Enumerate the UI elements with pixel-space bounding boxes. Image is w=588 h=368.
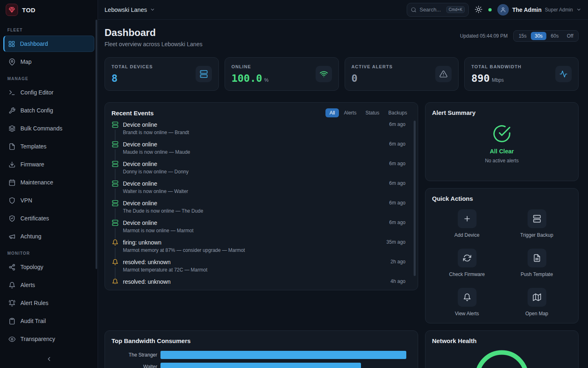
events-scrollbar[interactable] [414,121,416,276]
terminal-icon [9,89,16,96]
nav-section-label: MONITOR [7,251,90,256]
event-list: Device online Brandt is now online — Bra… [111,121,411,284]
sidebar-item-label: Firmware [20,161,44,168]
quick-action-icon-box [458,209,477,228]
sidebar-collapse-button[interactable] [0,350,98,368]
sidebar-item-achtung[interactable]: Achtung [3,228,94,245]
check-circle-icon [492,124,511,143]
quick-action-push-template[interactable]: Push Template [502,249,572,277]
refresh-cw-icon [463,254,471,262]
sidebar-item-config-editor[interactable]: Config Editor [3,84,94,101]
fleet-selector[interactable]: Lebowski Lanes [105,7,155,13]
events-tab-alerts[interactable]: Alerts [340,108,361,117]
sidebar-scrollbar[interactable] [96,20,97,269]
sidebar-item-topology[interactable]: Topology [3,259,94,275]
sidebar-item-map[interactable]: Map [3,54,94,70]
calendar-icon [9,179,16,186]
theme-toggle-button[interactable] [474,6,483,14]
event-detail: Donny is now online — Donny [123,169,385,175]
sidebar-item-templates[interactable]: Templates [3,138,94,155]
sidebar-item-label: Audit Trail [20,318,46,324]
sidebar-item-batch-config[interactable]: Batch Config [3,102,94,119]
sidebar-item-audit-trail[interactable]: Audit Trail [3,313,94,329]
sidebar-item-bulk-commands[interactable]: Bulk Commands [3,120,94,137]
nav-section-label: MANAGE [7,76,90,81]
sidebar-item-transparency[interactable]: Transparency [3,331,94,347]
event-detail: The Dude is now online — The Dude [123,208,385,214]
bandwidth-bar-track [160,351,411,359]
refresh-option-60s[interactable]: 60s [547,32,562,40]
event-row[interactable]: Device online Marmot is now online — Mar… [111,220,405,239]
event-row[interactable]: Device online Brandt is now online — Bra… [111,121,405,141]
refresh-option-15s[interactable]: 15s [515,32,530,40]
event-time: 6m ago [389,180,405,200]
stat-card-total-devices: TOTAL DEVICES 8 [105,57,219,91]
user-menu[interactable]: The Admin Super Admin [497,4,581,16]
page-content: Dashboard Fleet overview across Lebowski… [98,20,588,368]
sidebar-item-alert-rules[interactable]: Alert Rules [3,295,94,311]
bandwidth-bar [160,351,406,359]
app-name: TOD [22,7,36,13]
sidebar-item-maintenance[interactable]: Maintenance [3,174,94,191]
alert-summary-detail: No active alerts [485,158,519,164]
sidebar-item-certificates[interactable]: Certificates [3,210,94,227]
stat-label: TOTAL BANDWIDTH [471,64,521,69]
quick-action-label: Push Template [521,272,553,277]
bandwidth-bar-row: The Stranger [111,351,411,359]
event-row[interactable]: Device online The Dude is now online — T… [111,200,405,220]
search-shortcut: Cmd+K [446,6,465,13]
events-tab-all[interactable]: All [325,108,339,117]
sidebar-item-alerts[interactable]: Alerts [3,277,94,293]
sidebar-item-label: Templates [20,143,47,150]
stat-label: TOTAL DEVICES [111,64,153,69]
recent-events-title: Recent Events [111,110,154,117]
server-icon [112,200,118,206]
event-detail: Maude is now online — Maude [123,149,385,155]
refresh-option-30s[interactable]: 30s [531,32,546,40]
stat-value: 0 [352,72,358,84]
quick-action-view-alerts[interactable]: View Alerts [432,288,502,316]
quick-action-open-map[interactable]: Open Map [502,288,572,316]
alert-summary-title: Alert Summary [432,109,476,116]
sidebar-item-label: Certificates [20,215,49,222]
sidebar-item-dashboard[interactable]: Dashboard [3,36,94,52]
event-time: 6m ago [389,200,405,220]
nav-section-label: FLEET [7,28,90,32]
event-row[interactable]: firing: unknown Marmot memory at 87% — c… [111,239,405,259]
refresh-option-off[interactable]: Off [563,32,577,40]
sidebar-item-firmware[interactable]: Firmware [3,156,94,173]
quick-action-trigger-backup[interactable]: Trigger Backup [502,209,572,238]
event-time: 6m ago [389,141,405,161]
quick-action-check-firmware[interactable]: Check Firmware [432,249,502,277]
event-row[interactable]: resolved: unknown Marmot temperature at … [111,259,405,278]
event-title: resolved: unknown [123,278,386,284]
dashboard-grid: Recent Events AllAlertsStatusBackups Dev… [105,102,579,368]
server-icon [112,161,118,167]
sidebar-item-vpn[interactable]: VPN [3,192,94,209]
search-box[interactable]: Cmd+K [407,3,469,17]
bell-icon [112,278,118,284]
search-input[interactable] [419,7,443,13]
search-icon [411,7,416,13]
event-row[interactable]: Device online Walter is now online — Wal… [111,180,405,200]
page-header: Dashboard Fleet overview across Lebowski… [105,27,579,47]
event-time: 6m ago [389,161,405,180]
event-row[interactable]: Device online Donny is now online — Donn… [111,161,405,180]
event-detail: Marmot is now online — Marmot [123,228,385,233]
bell-icon [9,282,16,289]
events-tab-backups[interactable]: Backups [384,108,411,117]
event-title: Device online [123,161,385,167]
sidebar-item-label: Dashboard [20,40,48,47]
quick-actions-title: Quick Actions [432,195,473,202]
event-row[interactable]: Device online Maude is now online — Maud… [111,141,405,161]
quick-action-label: Trigger Backup [520,232,553,238]
server-icon [112,141,118,148]
timeline-connector [115,208,116,220]
stat-value: 8 [111,72,118,84]
event-row[interactable]: resolved: unknown 4h ago [111,278,405,284]
quick-action-add-device[interactable]: Add Device [432,209,502,238]
events-tab-status[interactable]: Status [361,108,383,117]
timeline-connector [115,247,116,259]
sidebar-item-label: Maintenance [20,179,53,186]
shield-icon [9,197,16,204]
